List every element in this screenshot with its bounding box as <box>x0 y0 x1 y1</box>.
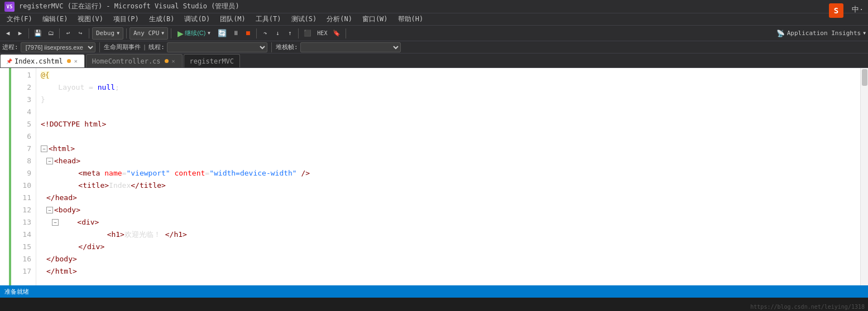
code-line: −<html> <box>41 143 860 155</box>
code-area[interactable]: @{ Layout = null;}<!DOCTYPE html>−<html>… <box>36 68 860 285</box>
code-line: −<head> <box>41 155 860 167</box>
tab-homecontroller[interactable]: HomeController.cs ✕ <box>86 54 183 67</box>
breakpoints-btn[interactable]: ⬛ <box>301 27 314 40</box>
tab-close-home[interactable]: ✕ <box>171 58 176 64</box>
debug-mode-arrow: ▼ <box>117 31 119 36</box>
toolbar-sep-3 <box>89 28 89 38</box>
line-number: 1 <box>16 69 31 81</box>
fold-indicator[interactable]: − <box>41 145 47 152</box>
tab-modified-dot <box>67 59 71 63</box>
step-into-btn[interactable]: ↓ <box>272 27 283 40</box>
line-number: 2 <box>16 81 31 94</box>
menu-edit[interactable]: 编辑(E) <box>38 13 73 25</box>
toolbar-undo-btn[interactable]: ↩ <box>63 27 74 40</box>
toolbar-save-all-btn[interactable]: 🗂 <box>45 27 56 40</box>
stack-label: 堆栈帧: <box>276 43 298 51</box>
line-number: 15 <box>16 241 31 253</box>
toolbar-sep-2 <box>59 28 60 38</box>
toolbar-save-btn[interactable]: 💾 <box>32 27 44 40</box>
line-number: 5 <box>16 118 31 130</box>
lifecycle-label: 生命周期事件 <box>104 43 141 51</box>
code-line: </div> <box>41 241 860 253</box>
tab-registermvc[interactable]: registerMVC <box>184 54 240 67</box>
menu-help[interactable]: 帮助(H) <box>394 13 428 25</box>
code-line: <h1>欢迎光临！ </h1> <box>41 229 860 241</box>
code-line: @{ <box>41 69 860 81</box>
code-line: <title>Index</title> <box>41 179 860 192</box>
line-number: 14 <box>16 229 31 241</box>
menu-tools[interactable]: 工具(T) <box>251 13 286 25</box>
code-line: </body> <box>41 253 860 265</box>
fold-indicator[interactable]: − <box>46 158 53 164</box>
line-number: 9 <box>16 167 31 179</box>
code-line: −<body> <box>41 204 860 216</box>
line-number: 13 <box>16 216 31 229</box>
green-sidebar <box>9 68 11 285</box>
tab-label: Index.cshtml <box>15 57 63 65</box>
toolbar-sep-5 <box>171 28 171 38</box>
toolbar-forward-btn[interactable]: ▶ <box>15 27 26 40</box>
insights-arrow: ▼ <box>863 31 866 36</box>
line-number: 6 <box>16 130 31 143</box>
menu-analyze[interactable]: 分析(N) <box>322 13 357 25</box>
step-over-btn[interactable]: ↷ <box>260 27 271 40</box>
toolbar-redo-btn[interactable]: ↪ <box>75 27 86 40</box>
process-label: 进程: <box>2 43 18 51</box>
app-insights-toolbar[interactable]: 📡 Application Insights ▼ <box>776 30 866 37</box>
toolbar-sep-7 <box>298 28 299 38</box>
menu-window[interactable]: 窗口(W) <box>358 13 392 25</box>
line-number: 16 <box>16 253 31 265</box>
stack-dropdown[interactable] <box>300 42 401 52</box>
thread-label: 线程: <box>148 43 165 51</box>
code-line: </html> <box>41 265 860 278</box>
menu-project[interactable]: 项目(P) <box>109 13 143 25</box>
fold-indicator[interactable]: − <box>52 219 59 226</box>
line-number: 3 <box>16 94 31 106</box>
code-line: } <box>41 94 860 106</box>
menu-view[interactable]: 视图(V) <box>73 13 108 25</box>
debug-toolbar: 进程: [7976] iisexpress.exe 生命周期事件 | 线程: 堆… <box>0 41 868 54</box>
thread-dropdown[interactable] <box>167 42 267 52</box>
line-number: 12 <box>16 204 31 216</box>
hex-btn[interactable]: HEX <box>315 27 329 40</box>
scrollbar[interactable] <box>860 68 868 285</box>
s-logo: S <box>829 3 843 18</box>
tab-close-index[interactable]: ✕ <box>73 58 79 64</box>
code-line: <!DOCTYPE html> <box>41 118 860 130</box>
tab-index-cshtml[interactable]: 📌 Index.cshtml ✕ <box>0 54 85 67</box>
fold-indicator[interactable]: − <box>46 207 53 213</box>
bookmark-btn[interactable]: 🔖 <box>330 27 343 40</box>
menu-team[interactable]: 团队(M) <box>215 13 250 25</box>
code-line: </head> <box>41 192 860 204</box>
menu-debug[interactable]: 调试(D) <box>180 13 214 25</box>
scroll-thumb <box>862 69 867 86</box>
code-line <box>41 106 860 118</box>
sep-proc <box>99 42 100 52</box>
process-dropdown[interactable]: [7976] iisexpress.exe <box>21 42 95 52</box>
sep-thread <box>271 42 272 52</box>
debug-mode-dropdown[interactable]: Debug ▼ <box>92 27 123 40</box>
tab-pin-icon: 📌 <box>6 59 12 64</box>
platform-arrow: ▼ <box>161 31 164 36</box>
tab-label-home: HomeController.cs <box>92 57 161 65</box>
title-text: registerMVC (正在运行) - Microsoft Visual St… <box>19 2 239 11</box>
line-number: 11 <box>16 192 31 204</box>
line-numbers: 1234567891011121314151617 <box>11 68 36 285</box>
title-bar: VS registerMVC (正在运行) - Microsoft Visual… <box>0 0 868 13</box>
toolbar-back-btn[interactable]: ◀ <box>2 27 13 40</box>
menu-build[interactable]: 生成(B) <box>145 13 179 25</box>
tab-label-register: registerMVC <box>190 57 234 65</box>
platform-dropdown[interactable]: Any CPU ▼ <box>130 27 168 40</box>
continue-button[interactable]: ▶ 继续(C) ▼ <box>174 27 214 40</box>
stop-btn[interactable]: ⏹ <box>242 27 253 40</box>
line-number: 4 <box>16 106 31 118</box>
pause-btn[interactable]: ⏸ <box>230 27 241 40</box>
step-out-btn[interactable]: ↑ <box>284 27 295 40</box>
menu-test[interactable]: 测试(S) <box>287 13 322 25</box>
toolbar: ◀ ▶ 💾 🗂 ↩ ↪ Debug ▼ Any CPU ▼ ▶ 继续(C) ▼ … <box>0 26 868 41</box>
tab-bar: 📌 Index.cshtml ✕ HomeController.cs ✕ reg… <box>0 54 868 68</box>
lifecycle-sep: | <box>143 43 147 51</box>
menu-file[interactable]: 文件(F) <box>2 13 37 25</box>
restart-btn[interactable]: 🔄 <box>215 27 229 40</box>
toolbar-sep-4 <box>126 28 127 38</box>
